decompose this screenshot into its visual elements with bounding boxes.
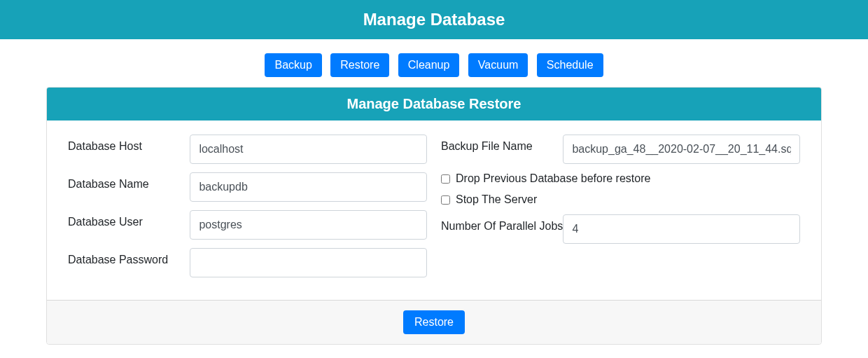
tab-restore[interactable]: Restore xyxy=(330,53,389,77)
panel-body: Database Host Database Name Database Use… xyxy=(47,121,821,300)
panel-title: Manage Database Restore xyxy=(47,88,821,121)
db-password-input[interactable] xyxy=(190,248,427,277)
page-title: Manage Database xyxy=(0,0,868,39)
db-name-input[interactable] xyxy=(190,172,427,202)
drop-previous-label: Drop Previous Database before restore xyxy=(456,172,650,185)
db-host-label: Database Host xyxy=(68,135,190,153)
tab-backup[interactable]: Backup xyxy=(265,53,321,77)
db-host-input[interactable] xyxy=(190,135,427,164)
left-column: Database Host Database Name Database Use… xyxy=(61,135,434,286)
parallel-jobs-label: Number Of Parallel Jobs xyxy=(441,214,563,233)
db-user-input[interactable] xyxy=(190,210,427,240)
right-column: Backup File Name Drop Previous Database … xyxy=(434,135,807,286)
backup-file-label: Backup File Name xyxy=(441,135,563,153)
tab-cleanup[interactable]: Cleanup xyxy=(398,53,460,77)
stop-server-check-row: Stop The Server xyxy=(441,193,800,206)
drop-previous-check-row: Drop Previous Database before restore xyxy=(441,172,800,185)
stop-server-checkbox[interactable] xyxy=(441,195,450,205)
db-user-label: Database User xyxy=(68,210,190,228)
parallel-jobs-input[interactable] xyxy=(563,214,800,244)
stop-server-label: Stop The Server xyxy=(456,193,537,206)
tab-vacuum[interactable]: Vacuum xyxy=(468,53,528,77)
db-name-label: Database Name xyxy=(68,172,190,191)
db-password-label: Database Password xyxy=(68,248,190,266)
panel-footer: Restore xyxy=(47,300,821,344)
drop-previous-checkbox[interactable] xyxy=(441,174,450,184)
restore-panel: Manage Database Restore Database Host Da… xyxy=(46,87,822,345)
backup-file-input[interactable] xyxy=(563,135,800,164)
restore-button[interactable]: Restore xyxy=(403,310,465,334)
tab-schedule[interactable]: Schedule xyxy=(537,53,603,77)
tab-row: Backup Restore Cleanup Vacuum Schedule xyxy=(0,39,868,87)
